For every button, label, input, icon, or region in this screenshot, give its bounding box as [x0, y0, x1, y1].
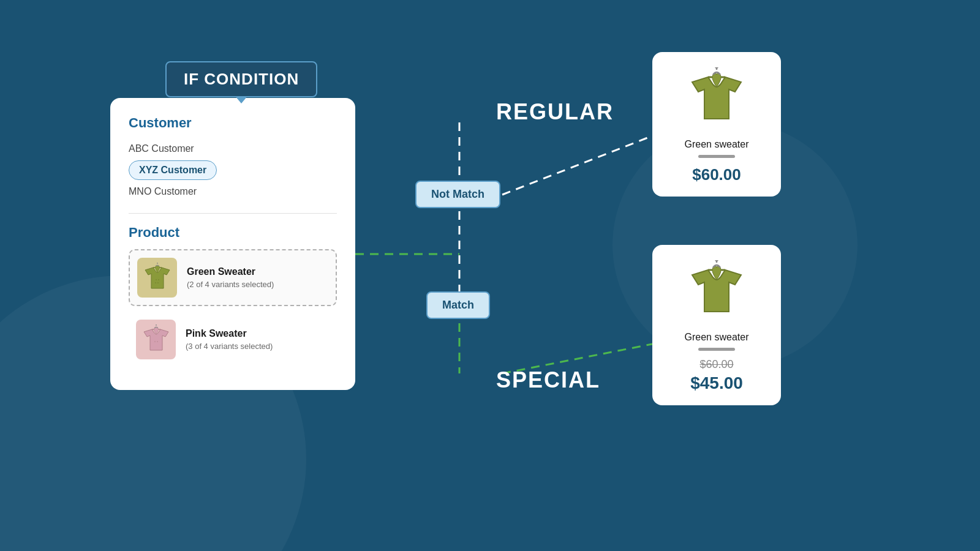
not-match-button[interactable]: Not Match [415, 181, 500, 208]
pink-sweater-info: Pink Sweater (3 of 4 variants selected) [186, 328, 273, 351]
green-sweater-name: Green Sweater [187, 266, 274, 277]
regular-color-bar [698, 155, 735, 158]
section-divider [129, 213, 337, 214]
green-sweater-variants: (2 of 4 variants selected) [187, 280, 274, 289]
customer-item-xyz[interactable]: XYZ Customer [129, 160, 217, 180]
special-sweater-icon [686, 260, 747, 321]
green-sweater-info: Green Sweater (2 of 4 variants selected) [187, 266, 274, 289]
customer-list: ABC Customer XYZ Customer MNO Customer [129, 140, 337, 201]
special-product-card: Green sweater $60.00 $45.00 [652, 245, 781, 405]
svg-point-17 [715, 67, 718, 69]
regular-product-card: Green sweater $60.00 [652, 52, 781, 197]
special-price: $45.00 [665, 373, 769, 393]
regular-product-image [683, 64, 750, 132]
special-color-bar [698, 348, 735, 351]
svg-point-4 [157, 263, 158, 263]
pink-sweater-name: Pink Sweater [186, 328, 273, 339]
product-item-pink[interactable]: Pink Sweater (3 of 4 variants selected) [129, 312, 337, 367]
svg-line-10 [502, 133, 658, 195]
if-condition-badge: IF CONDITION [165, 61, 317, 97]
regular-product-name: Green sweater [665, 139, 769, 150]
condition-card: Customer ABC Customer XYZ Customer MNO C… [110, 98, 355, 390]
match-button[interactable]: Match [426, 291, 490, 319]
svg-point-20 [715, 260, 718, 261]
special-product-name: Green sweater [665, 332, 769, 343]
svg-point-8 [156, 324, 157, 325]
not-match-label: Not Match [431, 188, 484, 200]
if-condition-label: IF CONDITION [184, 70, 299, 88]
customer-item-abc[interactable]: ABC Customer [129, 140, 337, 158]
regular-sweater-icon [686, 67, 747, 129]
customer-section-title: Customer [129, 115, 337, 131]
match-label: Match [442, 299, 474, 311]
product-list: Green Sweater (2 of 4 variants selected)… [129, 249, 337, 367]
regular-price: $60.00 [665, 165, 769, 184]
special-label: SPECIAL [496, 367, 600, 393]
pink-sweater-icon [141, 324, 172, 355]
product-item-green[interactable]: Green Sweater (2 of 4 variants selected) [129, 249, 337, 306]
regular-label: REGULAR [496, 99, 614, 125]
customer-item-mno[interactable]: MNO Customer [129, 182, 337, 201]
special-original-price: $60.00 [665, 358, 769, 371]
green-sweater-image [137, 258, 177, 298]
pink-sweater-variants: (3 of 4 variants selected) [186, 342, 273, 351]
green-sweater-icon [142, 263, 173, 293]
pink-sweater-image [136, 320, 176, 359]
product-section-title: Product [129, 225, 337, 241]
special-product-image [683, 257, 750, 324]
